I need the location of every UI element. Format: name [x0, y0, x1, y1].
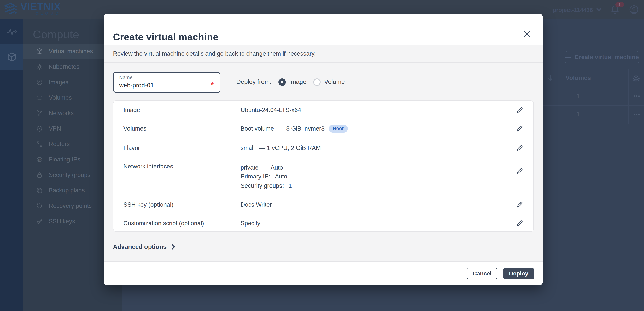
svg-text:IP: IP: [38, 158, 41, 161]
top-bar-actions: project-114436 1: [553, 0, 638, 19]
edit-pencil-icon[interactable]: [516, 219, 523, 227]
cube-icon: [6, 52, 17, 62]
summary-row-network-interfaces: Network interfaces private — Auto Primar…: [113, 158, 534, 196]
kebab-menu-icon[interactable]: [633, 113, 640, 115]
close-button[interactable]: [522, 30, 531, 38]
sidebar-item-label: Floating IPs: [49, 156, 80, 163]
row-label: Customization script (optional): [124, 220, 240, 227]
plus-icon: [565, 54, 571, 60]
sidebar-item-label: Recovery points: [49, 202, 92, 209]
radio-option-label: Image: [289, 78, 306, 85]
nodes-icon: [36, 110, 43, 117]
review-banner: Review the virtual machine details and g…: [104, 45, 543, 63]
column-divider: [628, 69, 628, 124]
wheel-icon: [36, 63, 43, 70]
row-value: Docs Writer: [240, 201, 272, 208]
name-field[interactable]: Name web-prod-01 *: [113, 72, 220, 93]
arrows-exchange-icon: [36, 141, 43, 148]
account-avatar[interactable]: [629, 5, 638, 14]
advanced-options-label: Advanced options: [113, 243, 166, 250]
vietnix-logo[interactable]: VIETNIX CLOUD: [3, 2, 61, 17]
edit-pencil-icon[interactable]: [516, 201, 523, 208]
radio-option-label: Volume: [324, 78, 345, 85]
modal-header: Create virtual machine: [104, 14, 543, 45]
project-name: project-114436: [553, 6, 593, 13]
edit-pencil-icon[interactable]: [516, 125, 523, 132]
network-line: Security groups: 1: [240, 181, 292, 190]
sidebar-item-label: Volumes: [49, 94, 72, 101]
radio-option-volume[interactable]: Volume: [313, 78, 345, 86]
logo-primary-text: VIETNIX: [20, 2, 61, 11]
edit-pencil-icon[interactable]: [516, 106, 523, 114]
activity-pulse-icon: [6, 27, 17, 37]
disc-icon: [36, 79, 43, 86]
deploy-from-label: Deploy from:: [236, 78, 271, 85]
radio-unselected-icon[interactable]: [313, 78, 321, 86]
summary-row-ssh-key: SSH key (optional) Docs Writer: [113, 196, 534, 214]
key-icon: [36, 218, 43, 225]
notifications-button[interactable]: 1: [611, 5, 620, 14]
network-line: Primary IP: Auto: [240, 172, 292, 181]
radio-selected-icon[interactable]: [278, 78, 286, 86]
sidebar-item-label: Security groups: [49, 172, 90, 179]
column-header-volumes[interactable]: Volumes: [547, 74, 609, 81]
row-value: small — 1 vCPU, 2 GiB RAM: [240, 144, 321, 151]
radio-option-image[interactable]: Image: [278, 78, 306, 86]
icon-rail: [0, 19, 23, 311]
close-icon: [523, 30, 530, 37]
boot-badge: Boot: [329, 125, 348, 132]
name-field-label: Name: [119, 74, 132, 80]
modal-title: Create virtual machine: [113, 31, 218, 43]
notification-badge: 1: [616, 2, 624, 7]
drive-icon: [36, 94, 43, 101]
row-value: Boot volume — 8 GiB, nvmer3: [240, 125, 324, 132]
modal-footer: Cancel Deploy: [104, 261, 543, 285]
deploy-button[interactable]: Deploy: [503, 268, 534, 279]
row-value: Specify: [240, 220, 260, 227]
cancel-button[interactable]: Cancel: [467, 268, 498, 279]
volumes-cell: 1: [547, 111, 609, 118]
restore-icon: [36, 202, 43, 209]
copy-icon: [36, 187, 43, 194]
sidebar-item-label: Virtual machines: [49, 48, 93, 55]
row-value: Ubuntu-24.04-LTS-x64: [240, 106, 301, 113]
kebab-menu-icon[interactable]: [633, 95, 640, 97]
chevron-right-icon: [172, 244, 175, 250]
review-text: Review the virtual machine details and g…: [113, 50, 316, 57]
volumes-cell: 1: [547, 93, 609, 100]
sidebar-item-label: VPN: [49, 125, 61, 132]
row-label: SSH key (optional): [124, 201, 240, 208]
project-selector[interactable]: project-114436: [553, 6, 602, 13]
name-field-value: web-prod-01: [119, 82, 154, 89]
sidebar-item-label: Kubernetes: [49, 63, 80, 70]
rail-item-compute[interactable]: [0, 44, 23, 69]
chevron-down-icon: [596, 8, 602, 11]
summary-row-customization-script: Customization script (optional) Specify: [113, 214, 534, 232]
vietnix-logo-icon: [3, 2, 18, 17]
gear-icon[interactable]: [632, 74, 640, 82]
row-label: Volumes: [124, 125, 240, 132]
rail-item-activity[interactable]: [0, 19, 23, 44]
summary-card: Image Ubuntu-24.04-LTS-x64 Volumes Boot …: [113, 100, 534, 232]
row-label: Network interfaces: [124, 163, 240, 170]
advanced-options-toggle[interactable]: Advanced options: [113, 243, 175, 250]
network-line: private — Auto: [240, 163, 292, 172]
shield-icon: [36, 125, 43, 132]
sidebar-item-label: Images: [49, 79, 68, 86]
sidebar-item-label: Networks: [49, 110, 74, 117]
sidebar-heading: Compute: [33, 28, 79, 41]
row-label: Image: [124, 106, 240, 113]
create-vm-modal: Create virtual machine Review the virtua…: [104, 14, 543, 285]
row-label: Flavor: [124, 144, 240, 151]
sidebar-item-label: Backup plans: [49, 187, 85, 194]
sidebar-item-label: Routers: [49, 141, 70, 148]
edit-pencil-icon[interactable]: [516, 167, 523, 174]
edit-pencil-icon[interactable]: [516, 144, 523, 151]
lock-icon: [36, 172, 43, 179]
ip-circle-icon: IP: [36, 156, 43, 163]
summary-row-image: Image Ubuntu-24.04-LTS-x64: [113, 101, 534, 119]
deploy-from-group: Deploy from: Image Volume: [236, 76, 345, 88]
required-asterisk: *: [211, 81, 214, 89]
summary-row-volumes: Volumes Boot volume — 8 GiB, nvmer3 Boot: [113, 119, 534, 138]
create-virtual-machine-button[interactable]: Create virtual machine: [565, 51, 639, 63]
